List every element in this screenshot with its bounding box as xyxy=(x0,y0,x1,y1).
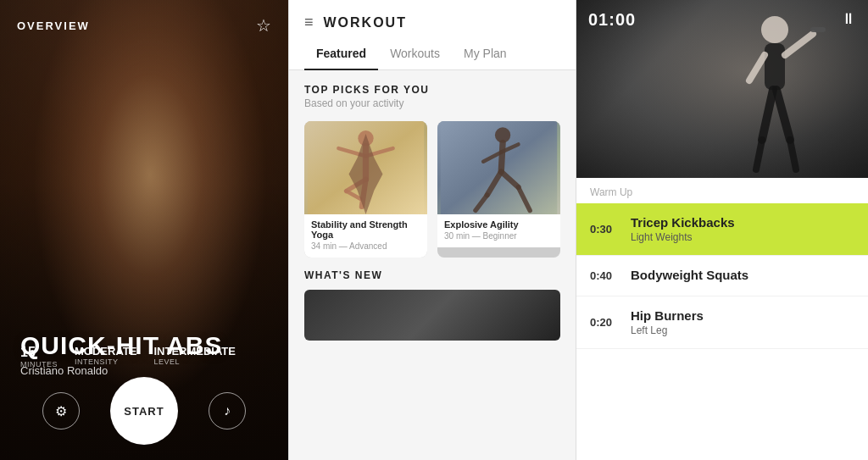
exercise-info-squats: Bodyweight Squats xyxy=(631,268,854,284)
workout-timer: 01:00 xyxy=(588,10,636,30)
start-button[interactable]: START xyxy=(110,377,178,445)
workout-cards: Stability and Strength Yoga 34 min — Adv… xyxy=(304,121,560,258)
active-workout-panel: 01:00 ⏸ Warm Up 0:30 Tricep Kickbacks Li… xyxy=(576,0,868,460)
svg-line-24 xyxy=(756,140,762,169)
music-button[interactable]: ♪ xyxy=(209,392,246,430)
stat-intensity: MODERATE Intensity xyxy=(75,345,136,369)
agility-card-image xyxy=(437,121,560,214)
svg-line-25 xyxy=(790,140,796,169)
stats-row: 15 Minutes MODERATE Intensity INTERMEDIA… xyxy=(20,345,268,369)
svg-rect-20 xyxy=(810,27,826,32)
settings-icon: ⚙ xyxy=(55,403,67,419)
video-area: 01:00 ⏸ xyxy=(576,0,868,178)
overview-title: OVERVIEW xyxy=(17,19,90,32)
pause-button[interactable]: ⏸ xyxy=(841,10,856,28)
agility-svg xyxy=(437,121,560,214)
exercise-item-hip[interactable]: 0:20 Hip Burners Left Leg xyxy=(576,297,868,349)
settings-button[interactable]: ⚙ xyxy=(42,392,80,430)
favorite-icon[interactable]: ☆ xyxy=(256,15,271,36)
exercise-item-tricep[interactable]: 0:30 Tricep Kickbacks Light Weights xyxy=(576,203,868,256)
workout-tabs: Featured Workouts My Plan xyxy=(289,38,576,70)
stat-minutes: 15 Minutes xyxy=(20,345,58,369)
start-label: START xyxy=(124,405,164,418)
exercise-name-tricep: Tricep Kickbacks xyxy=(631,215,854,230)
exercise-time-squats: 0:40 xyxy=(590,269,620,282)
music-icon: ♪ xyxy=(224,403,231,418)
tab-featured[interactable]: Featured xyxy=(304,38,378,70)
exercise-detail-tricep: Light Weights xyxy=(631,231,854,243)
overview-header: OVERVIEW ☆ xyxy=(0,0,288,51)
svg-line-22 xyxy=(762,90,773,140)
section-label: Warm Up xyxy=(576,178,868,203)
exercise-info-tricep: Tricep Kickbacks Light Weights xyxy=(631,215,854,243)
exercise-time-tricep: 0:30 xyxy=(590,223,620,236)
yoga-card-name: Stability and Strength Yoga xyxy=(311,219,420,240)
whats-new-title: WHAT'S NEW xyxy=(304,269,560,281)
workout-header-title: WORKOUT xyxy=(324,15,407,30)
exercise-time-hip: 0:20 xyxy=(590,316,620,329)
yoga-card-label: Stability and Strength Yoga 34 min — Adv… xyxy=(304,214,427,258)
stat-intensity-value: MODERATE xyxy=(75,345,136,357)
svg-line-23 xyxy=(776,90,790,140)
svg-point-1 xyxy=(358,130,373,146)
svg-line-5 xyxy=(362,180,366,207)
workout-card-yoga[interactable]: Stability and Strength Yoga 34 min — Adv… xyxy=(304,121,427,258)
tab-my-plan[interactable]: My Plan xyxy=(452,38,519,70)
menu-icon[interactable]: ≡ xyxy=(304,14,314,31)
stat-level-value: INTERMEDIATE xyxy=(153,345,236,357)
workout-card-agility[interactable]: Explosive Agility 30 min — Beginner xyxy=(437,121,560,258)
svg-rect-0 xyxy=(308,121,425,214)
stat-minutes-value: 15 xyxy=(20,345,58,360)
top-picks-subtitle: Based on your activity xyxy=(304,97,560,109)
svg-line-19 xyxy=(785,34,813,55)
agility-card-meta: 30 min — Beginner xyxy=(444,231,554,241)
stat-intensity-label: Intensity xyxy=(75,357,136,366)
agility-card-label: Explosive Agility 30 min — Beginner xyxy=(437,214,560,247)
exercise-list: Warm Up 0:30 Tricep Kickbacks Light Weig… xyxy=(576,178,868,460)
svg-line-10 xyxy=(501,143,503,172)
svg-point-17 xyxy=(761,16,788,43)
yoga-card-meta: 34 min — Advanced xyxy=(311,241,420,251)
athlete-svg xyxy=(665,8,860,178)
exercise-info-hip: Hip Burners Left Leg xyxy=(631,308,854,336)
pause-icon: ⏸ xyxy=(841,10,856,27)
exercise-detail-hip: Left Leg xyxy=(631,324,854,336)
agility-card-name: Explosive Agility xyxy=(444,219,554,230)
top-picks-title: TOP PICKS FOR YOU xyxy=(304,84,560,96)
yoga-card-image xyxy=(304,121,427,214)
workout-header: ≡ WORKOUT xyxy=(289,0,576,38)
svg-rect-18 xyxy=(765,43,785,90)
workout-content: TOP PICKS FOR YOU Based on your activity xyxy=(289,70,576,460)
tab-workouts[interactable]: Workouts xyxy=(378,38,452,70)
stat-level: INTERMEDIATE Level xyxy=(153,345,236,369)
bottom-controls: ⚙ START ♪ xyxy=(0,377,288,445)
yoga-svg xyxy=(304,121,427,214)
exercise-item-squats[interactable]: 0:40 Bodyweight Squats xyxy=(576,256,868,297)
svg-line-21 xyxy=(749,55,765,80)
overview-panel: OVERVIEW ☆ QUICK-HIT ABS Cristiano Ronal… xyxy=(0,0,288,460)
exercise-name-squats: Bodyweight Squats xyxy=(631,268,854,282)
stat-level-label: Level xyxy=(153,357,236,366)
whats-new-image xyxy=(304,290,560,341)
exercise-name-hip: Hip Burners xyxy=(631,308,854,323)
workout-panel: ≡ WORKOUT Featured Workouts My Plan TOP … xyxy=(288,0,576,460)
stat-minutes-label: Minutes xyxy=(20,360,58,369)
